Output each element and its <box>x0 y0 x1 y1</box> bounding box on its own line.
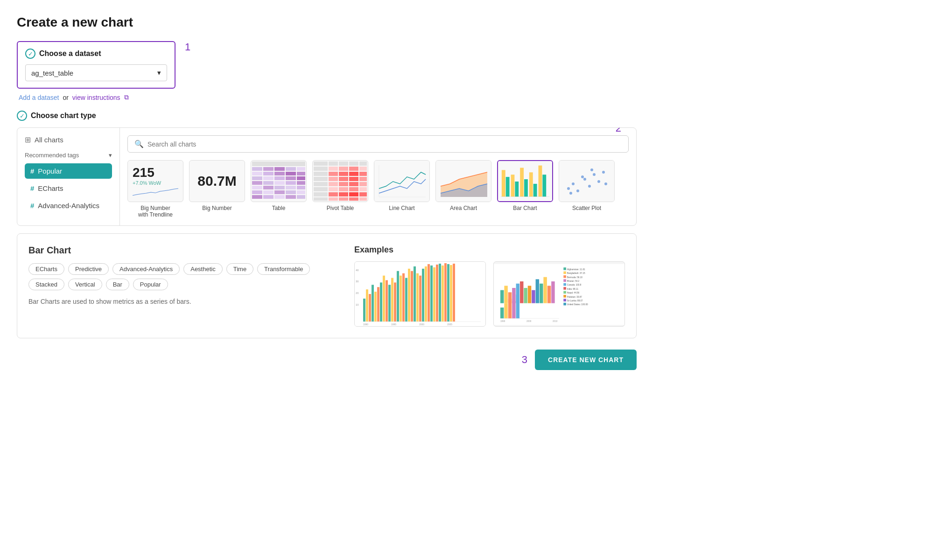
chart-tag-badge[interactable]: Bar <box>106 279 129 290</box>
recommended-tags-header[interactable]: Recommended tags ▾ <box>25 152 112 159</box>
chart-thumb-label: Big Number <box>202 205 231 211</box>
svg-point-97 <box>576 189 579 192</box>
create-new-chart-button[interactable]: CREATE NEW CHART <box>535 350 637 370</box>
view-instructions-link[interactable]: view instructions <box>72 94 120 101</box>
svg-rect-31 <box>252 195 262 199</box>
svg-text:Afghanistan: 11.61: Afghanistan: 11.61 <box>567 268 585 271</box>
svg-text:30: 30 <box>356 280 359 283</box>
sidebar-tag-popular[interactable]: # Popular <box>25 163 112 179</box>
chevron-down-icon: ▾ <box>157 69 161 77</box>
chart-tag-badge[interactable]: Transformable <box>257 263 310 275</box>
search-icon: 🔍 <box>134 140 144 148</box>
svg-rect-57 <box>329 182 338 186</box>
examples-title: Examples <box>354 245 625 255</box>
chart-thumb-label: Area Chart <box>450 205 477 211</box>
chart-tag-badge[interactable]: Time <box>226 263 253 275</box>
chart-thumb-table[interactable]: Table <box>251 160 307 218</box>
svg-text:1990: 1990 <box>500 320 505 322</box>
chart-thumb-label: Line Chart <box>389 205 414 211</box>
step1-title: Choose a dataset <box>39 49 101 58</box>
svg-rect-179 <box>512 288 515 303</box>
svg-rect-55 <box>359 177 367 181</box>
svg-rect-120 <box>386 280 388 322</box>
svg-rect-186 <box>540 284 543 303</box>
chart-tag-badge[interactable]: ECharts <box>28 263 64 275</box>
svg-rect-69 <box>349 192 358 196</box>
chart-description: Bar Charts are used to show metrics as a… <box>28 298 336 305</box>
chart-thumb-label: Scatter Plot <box>572 205 601 211</box>
dataset-dropdown[interactable]: ag_test_table ▾ <box>25 64 167 81</box>
chart-thumb-bar-chart[interactable]: Bar Chart <box>497 160 553 218</box>
svg-rect-177 <box>504 286 507 303</box>
svg-rect-144 <box>453 264 455 322</box>
chart-detail-left: Bar Chart EChartsPredictiveAdvanced-Anal… <box>28 245 336 327</box>
chart-thumb-line-chart[interactable]: Line Chart <box>374 160 430 218</box>
svg-rect-184 <box>532 290 535 303</box>
chart-tag-badge[interactable]: Popular <box>133 279 168 290</box>
chart-thumb-scatter-plot[interactable]: Scatter Plot <box>559 160 615 218</box>
svg-rect-131 <box>416 273 419 322</box>
svg-rect-27 <box>263 190 274 194</box>
sidebar-tag-echarts[interactable]: # ECharts <box>25 181 112 196</box>
svg-text:10: 10 <box>356 303 359 306</box>
svg-text:United States: 100.00: United States: 100.00 <box>567 303 588 306</box>
dataset-value: ag_test_table <box>31 69 73 77</box>
chart-thumb-big-number[interactable]: 80.7M Big Number <box>189 160 245 218</box>
svg-rect-48 <box>339 172 348 176</box>
svg-rect-181 <box>520 281 523 303</box>
svg-text:20: 20 <box>356 292 359 294</box>
svg-point-100 <box>593 173 596 176</box>
hash-icon: # <box>30 184 34 192</box>
svg-point-105 <box>590 168 593 171</box>
svg-rect-135 <box>428 264 430 322</box>
svg-rect-41 <box>314 167 328 171</box>
svg-rect-8 <box>274 172 285 175</box>
chart-tag-badge[interactable]: Advanced-Analytics <box>112 263 180 275</box>
add-dataset-link[interactable]: Add a dataset <box>19 94 59 101</box>
svg-rect-169 <box>563 303 566 306</box>
svg-rect-0 <box>252 161 305 166</box>
svg-rect-167 <box>563 299 566 301</box>
step1-check-icon: ✓ <box>25 49 35 59</box>
svg-rect-44 <box>349 167 358 171</box>
sidebar-tag-advanced-analytics[interactable]: # Advanced-Analytics <box>25 198 112 213</box>
search-input[interactable] <box>147 140 622 148</box>
hash-icon: # <box>30 202 34 210</box>
svg-rect-115 <box>372 285 374 322</box>
svg-rect-134 <box>425 266 427 322</box>
all-charts-item[interactable]: ⊞ All charts <box>25 135 112 144</box>
svg-text:2000: 2000 <box>419 323 424 326</box>
svg-rect-171 <box>500 308 504 318</box>
svg-text:1995: 1995 <box>391 323 396 326</box>
chart-thumb-big-number-trendline[interactable]: 215 +7.0% WoW Big Numberwith Trendline <box>127 160 183 218</box>
svg-rect-165 <box>563 295 566 298</box>
step2-check-icon: ✓ <box>17 111 27 121</box>
chart-tag-badge[interactable]: Predictive <box>68 263 109 275</box>
svg-rect-83 <box>502 170 505 196</box>
chart-thumb-pivot-table[interactable]: Pivot Table <box>312 160 368 218</box>
svg-rect-4 <box>286 167 296 171</box>
svg-rect-72 <box>329 197 338 201</box>
svg-text:2010: 2010 <box>553 320 558 322</box>
svg-text:1990: 1990 <box>363 323 368 326</box>
chart-thumb-area-chart[interactable]: Area Chart <box>435 160 491 218</box>
svg-rect-142 <box>447 264 449 322</box>
chart-tag-badge[interactable]: Vertical <box>68 279 102 290</box>
search-bar: 🔍 <box>127 135 629 153</box>
svg-rect-117 <box>377 287 379 322</box>
svg-rect-13 <box>274 176 285 180</box>
svg-rect-73 <box>339 197 348 201</box>
chart-tag-badge[interactable]: Stacked <box>28 279 64 290</box>
svg-text:40: 40 <box>356 269 359 272</box>
chart-tag-badge[interactable]: Aesthetic <box>183 263 222 275</box>
chart-detail-area: Bar Chart EChartsPredictiveAdvanced-Anal… <box>17 233 637 338</box>
svg-rect-63 <box>339 187 348 191</box>
svg-rect-121 <box>388 285 391 322</box>
svg-rect-129 <box>411 271 413 322</box>
tag-label: ECharts <box>38 184 63 192</box>
svg-rect-143 <box>450 265 452 322</box>
svg-rect-2 <box>263 167 274 171</box>
svg-rect-137 <box>433 267 435 322</box>
svg-rect-136 <box>430 266 433 322</box>
svg-rect-91 <box>539 166 542 197</box>
